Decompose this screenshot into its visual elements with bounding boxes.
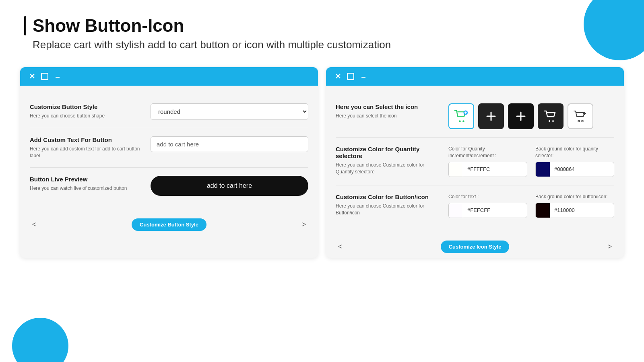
icon-select-desc: Here you can select the icon — [336, 113, 440, 119]
live-preview-control: add to cart here — [151, 176, 308, 196]
qty-color-label: Customize Color for Quantity selectore H… — [336, 146, 440, 175]
qty-color2-label: Back ground color for quanity selector: — [535, 146, 614, 159]
icon-select-label: Here you can Select the icon Here you ca… — [336, 103, 440, 119]
button-style-section: Customize Button Style Here you can choo… — [30, 95, 308, 128]
qty-color-control: Color for Quanity increment/decrement : … — [448, 146, 614, 177]
icon-option-cart-outline[interactable] — [568, 103, 593, 129]
custom-text-control — [151, 136, 308, 152]
qty-color1-swatch[interactable] — [449, 162, 463, 177]
live-preview-section: Button Live Preview Here you can watch l… — [30, 168, 308, 204]
svg-point-9 — [549, 120, 550, 122]
btn-color-desc: Here you can choose Customize color for … — [336, 203, 440, 216]
live-preview-desc: Here you can watch live of customized bu… — [30, 185, 142, 192]
qty-color-title: Customize Color for Quantity selectore — [336, 146, 440, 159]
left-next-btn[interactable]: > — [298, 218, 310, 230]
right-panel-footer: < Customize Icon Style > — [326, 236, 624, 258]
btn-color1-swatch[interactable] — [449, 203, 463, 218]
left-maximize-icon[interactable] — [40, 72, 49, 81]
qty-color-row: Color for Quanity increment/decrement : … — [448, 146, 614, 177]
qty-color1-label: Color for Quanity increment/decrement : — [448, 146, 527, 159]
qty-color2-swatch[interactable] — [536, 162, 550, 177]
left-panel-footer: < Customize Button Style > — [20, 214, 318, 236]
panels-wrapper: ✕ – Customize Button Style Here you can … — [0, 59, 644, 265]
btn-color-section: Customize Color for Button/icon Here you… — [336, 185, 614, 226]
qty-color1-input-row[interactable]: #FFFFFC — [448, 162, 527, 177]
btn-color1-field: Color for text : #FEFCFF — [448, 193, 527, 218]
qty-color-section: Customize Color for Quantity selectore H… — [336, 138, 614, 185]
button-style-title: Customize Button Style — [30, 103, 142, 110]
btn-color2-label: Back ground color for button/icon: — [535, 193, 614, 200]
svg-point-11 — [578, 120, 580, 122]
btn-color-control: Color for text : #FEFCFF Back ground col… — [448, 193, 614, 218]
icon-option-plus-dark[interactable] — [478, 103, 504, 129]
right-prev-btn[interactable]: < — [334, 241, 346, 253]
qty-color2-field: Back ground color for quanity selector: … — [535, 146, 614, 177]
btn-color-row: Color for text : #FEFCFF Back ground col… — [448, 193, 614, 218]
btn-color2-swatch[interactable] — [536, 203, 550, 218]
icon-select-section: Here you can Select the icon Here you ca… — [336, 95, 614, 138]
left-minimize-icon[interactable]: – — [53, 72, 62, 81]
svg-point-12 — [582, 120, 583, 122]
icon-option-plus-dark-lg[interactable] — [508, 103, 534, 129]
left-prev-btn[interactable]: < — [28, 218, 40, 230]
right-maximize-icon[interactable] — [346, 72, 355, 81]
right-footer-label-btn[interactable]: Customize Icon Style — [441, 241, 510, 253]
qty-color2-value: #080864 — [550, 163, 614, 175]
custom-text-desc: Here you can add custom text for add to … — [30, 146, 142, 159]
icon-option-cart-dark[interactable] — [538, 103, 564, 129]
left-close-icon[interactable]: ✕ — [27, 72, 36, 81]
svg-point-0 — [459, 121, 461, 123]
right-minimize-icon[interactable]: – — [359, 72, 368, 81]
right-next-btn[interactable]: > — [604, 241, 616, 253]
page-title: Show Button-Icon — [33, 16, 184, 35]
btn-color-title: Customize Color for Button/icon — [336, 193, 440, 200]
live-preview-label: Button Live Preview Here you can watch l… — [30, 176, 142, 192]
custom-text-label: Add Custom Text For Button Here you can … — [30, 136, 142, 159]
custom-text-title: Add Custom Text For Button — [30, 136, 142, 143]
live-preview-title: Button Live Preview — [30, 176, 142, 183]
svg-point-1 — [462, 121, 464, 123]
button-style-label: Customize Button Style Here you can choo… — [30, 103, 142, 119]
qty-color1-value: #FFFFFC — [463, 163, 527, 175]
btn-color-label: Customize Color for Button/icon Here you… — [336, 193, 440, 216]
qty-color-desc: Here you can choose Customize color for … — [336, 162, 440, 175]
button-style-control: rounded square pill circle — [151, 103, 308, 120]
button-style-desc: Here you can choose button shape — [30, 113, 142, 119]
header-bar — [24, 16, 26, 35]
custom-text-section: Add Custom Text For Button Here you can … — [30, 128, 308, 168]
qty-color1-field: Color for Quanity increment/decrement : … — [448, 146, 527, 177]
btn-color2-field: Back ground color for button/icon: #1100… — [535, 193, 614, 218]
left-panel: ✕ – Customize Button Style Here you can … — [20, 67, 318, 257]
deco-circle-bottom-left — [12, 318, 68, 362]
icon-selector — [448, 103, 614, 129]
btn-color2-input-row[interactable]: #110000 — [535, 203, 614, 218]
header: Show Button-Icon Replace cart with styli… — [0, 0, 644, 59]
btn-color1-input-row[interactable]: #FEFCFF — [448, 203, 527, 218]
svg-point-10 — [552, 120, 554, 122]
right-panel-titlebar: ✕ – — [326, 67, 624, 86]
right-panel-body: Here you can Select the icon Here you ca… — [326, 86, 624, 235]
right-panel: ✕ – Here you can Select the icon Here yo… — [326, 67, 624, 257]
icon-option-cart-plus-color[interactable] — [448, 103, 474, 129]
right-close-icon[interactable]: ✕ — [333, 72, 342, 81]
left-panel-titlebar: ✕ – — [20, 67, 318, 86]
icon-select-title: Here you can Select the icon — [336, 103, 440, 110]
page-subtitle: Replace cart with stylish add to cart bu… — [33, 39, 620, 51]
btn-color1-value: #FEFCFF — [463, 204, 527, 216]
icon-select-control — [448, 103, 614, 129]
button-shape-select[interactable]: rounded square pill circle — [151, 103, 308, 120]
left-footer-label-btn[interactable]: Customize Button Style — [132, 218, 206, 231]
btn-color2-value: #110000 — [550, 204, 614, 216]
qty-color2-input-row[interactable]: #080864 — [535, 162, 614, 177]
preview-button[interactable]: add to cart here — [151, 176, 308, 196]
btn-color1-label: Color for text : — [448, 193, 527, 200]
custom-text-input[interactable] — [151, 136, 308, 152]
left-panel-body: Customize Button Style Here you can choo… — [20, 86, 318, 214]
